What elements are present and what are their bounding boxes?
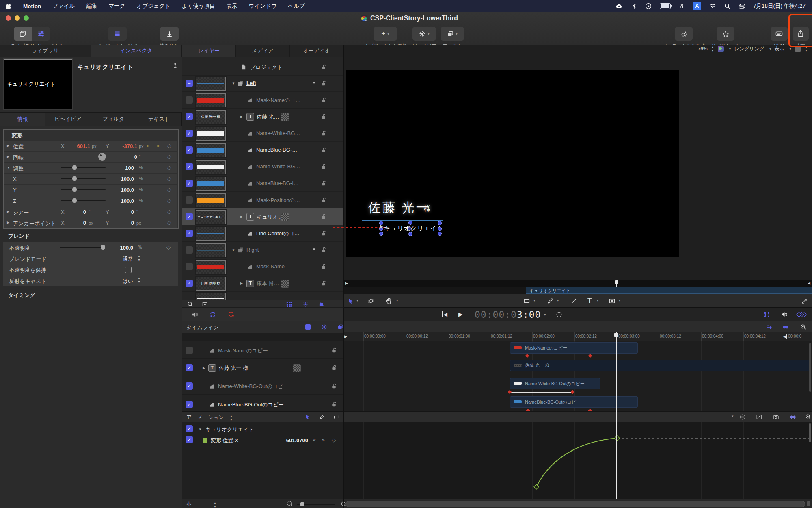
stepper-icon[interactable]: ▲▼ [711,45,715,52]
anchor-x-value[interactable]: 0 [65,220,86,226]
lock-icon[interactable] [320,63,326,70]
layer-label[interactable]: Mask-Positionの… [256,197,300,204]
tab-media[interactable]: メディア [236,45,289,57]
scale-y-slider[interactable] [61,189,106,190]
keyframe-diamond[interactable]: ◇ [167,198,171,204]
layer-row-nameblue-bg-i[interactable]: ✓ NameBlue-BG-I… [182,175,343,192]
lock-icon[interactable] [320,213,326,219]
tab-inspector[interactable]: インスペクタ [91,45,182,57]
apple-menu-icon[interactable] [6,3,12,10]
kf-group-label[interactable]: キュリオクリエイト [205,426,254,433]
chevron-down-icon[interactable]: ▾ [619,298,621,302]
prev-keyframe-arrow[interactable]: « [313,437,315,443]
search-icon[interactable] [187,301,193,307]
bezier-tool-icon[interactable] [547,297,554,304]
visibility-checkbox[interactable]: ✓ [186,347,193,354]
tab-audio[interactable]: オーディオ [290,45,343,57]
rectangle-tool-icon[interactable] [523,297,530,304]
clear-keyframes-icon[interactable] [739,413,746,420]
graph-scrollbar[interactable] [809,423,811,442]
play-circle-icon[interactable] [645,3,652,10]
visibility-checkbox[interactable]: − [186,80,193,87]
layer-label[interactable]: Line Centerのコ… [256,230,300,237]
visibility-checkbox[interactable]: ✓ [186,246,193,254]
visibility-checkbox[interactable]: ✓ [186,96,193,104]
disclosure-icon[interactable]: ▶ [7,144,9,148]
disclosure-icon[interactable]: ▶ [203,366,205,370]
keyframe-diamond[interactable]: ◇ [167,176,171,182]
chevron-down-icon[interactable]: ▾ [557,298,559,302]
timing-display-icon[interactable] [556,311,562,318]
keyframe-diamond-red[interactable] [571,390,575,394]
layer-row-mask-name[interactable]: ✓ Mask-Name [182,258,343,275]
disclosure-icon[interactable]: ▶ [240,115,243,119]
add-object-button[interactable]: +▾ [374,27,397,41]
mini-timeline-clip[interactable]: キュリオクリエイト [526,287,812,294]
audio-icon[interactable] [781,311,788,318]
pin-icon[interactable] [172,62,178,69]
scale-z-value[interactable]: 100.0 [109,198,134,204]
opacity-value[interactable]: 100.0 [108,245,133,251]
selection-handle[interactable] [408,221,412,225]
keyframe-bar-icon[interactable] [790,413,796,420]
layer-label[interactable]: Mask-Name [256,263,285,269]
lock-icon[interactable] [320,180,326,186]
track-bar-nameblue-out[interactable]: NameBlue-BG-Outのコピー [510,396,638,408]
layer-label[interactable]: Left [246,80,256,86]
out-marker-icon[interactable]: ◀ [808,281,810,285]
kf-marquee-tool-icon[interactable] [333,413,340,420]
window-minimize-button[interactable] [15,15,20,21]
menu-object[interactable]: オブジェクト [137,2,171,10]
kf-parameter-row[interactable]: ✓ 変形.位置.X 601.0700 « » ◇ [182,435,343,445]
layer-label[interactable]: 康本 博… [257,280,279,287]
battery-icon[interactable] [660,3,671,9]
record-icon[interactable] [228,311,235,318]
layer-row-right-group[interactable]: ✓ ▼ Right [182,242,343,258]
stage-subtitle-text[interactable]: キュリオクリエイト [384,224,443,233]
selection-handle[interactable] [379,232,383,236]
parameter-checkbox[interactable]: ✓ [186,436,193,443]
layer-row-partial[interactable] [182,292,343,300]
flag-icon[interactable] [311,247,317,253]
spotlight-icon[interactable] [724,3,730,10]
layer-row-left-group[interactable]: − ▼ Left [182,75,343,92]
orbit-tool-icon[interactable] [367,297,374,304]
stage-name-text[interactable]: 佐藤 光一 [368,199,430,216]
timeline-zoom-icon[interactable] [800,323,806,330]
lock-icon[interactable] [320,96,326,103]
kf-pen-tool-icon[interactable] [319,413,325,420]
playhead-line[interactable] [616,332,617,499]
show-behaviors-icon[interactable] [321,323,327,330]
lock-icon[interactable] [320,163,326,169]
keyframe-segment[interactable] [510,392,572,393]
visibility-checkbox[interactable]: ✓ [186,230,193,237]
track-bar-name-white-out[interactable]: Name-White-BG-Outのコピー [510,378,600,389]
blend-mode-value[interactable]: 通常 [108,256,133,263]
filters-button[interactable]: ▾ [441,27,464,41]
layer-row-mask-name-copy[interactable]: ✓ Mask-Nameのコ… [182,92,343,109]
keyframe-diamond[interactable]: ◇ [167,165,171,171]
motion-path[interactable] [333,227,386,228]
go-to-start-button[interactable]: ◀ [442,311,447,317]
visibility-checkbox[interactable]: ✓ [186,196,193,204]
keyframe-trio-icon[interactable] [796,311,807,318]
timeline-layer-label[interactable]: Name-White-BG-Outのコピー [218,383,289,390]
rotation-value[interactable]: 0 [109,154,137,160]
paint-stroke-tool-icon[interactable] [570,297,577,304]
flag-icon[interactable] [311,80,317,87]
timeline-layer-label[interactable]: 佐藤 光一 様 [219,365,248,372]
selection-handle[interactable] [408,232,412,236]
mask-tool-icon[interactable] [609,297,615,304]
scrollbar-end-button[interactable] [807,501,810,506]
layer-row-name-white-bg[interactable]: ✓ Name-White-BG… [182,125,343,142]
subtab-behaviors[interactable]: ビヘイビア [45,113,91,126]
timeline-layer-label[interactable]: NameBlue-BG-Outのコピー [218,401,284,408]
visibility-checkbox[interactable]: ✓ [186,382,193,390]
scale-x-slider[interactable] [61,178,106,179]
kf-group-row[interactable]: ✓ ▼ キュリオクリエイト [182,424,343,434]
layer-row-tanaka-text[interactable]: ✓ 田中 次郎 様 ▶ T 康本 博… [182,275,343,292]
lock-icon[interactable] [331,364,337,371]
visibility-checkbox[interactable]: ✓ [186,180,193,187]
play-button[interactable]: ▶ [458,311,463,317]
cast-reflection-value[interactable]: はい [108,278,133,285]
